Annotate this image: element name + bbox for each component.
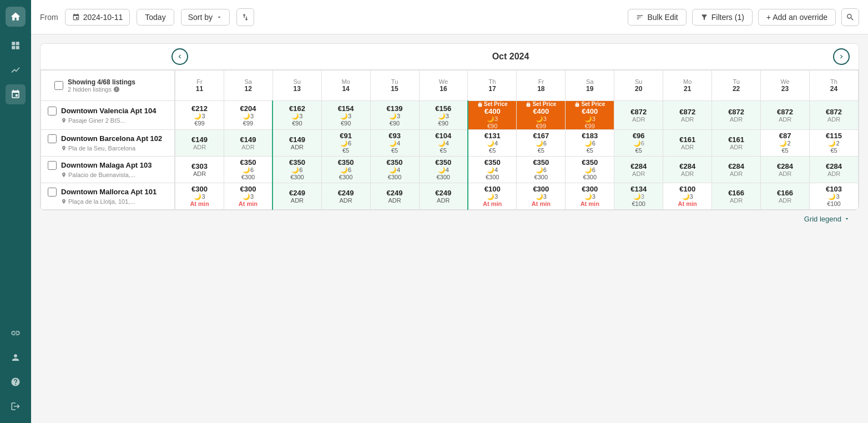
- sidebar-icon-link[interactable]: [6, 323, 26, 343]
- sidebar-icon-help[interactable]: [6, 372, 26, 392]
- table-row: Downtown Malaga Apt 103 Palacio de Buena…: [41, 156, 859, 183]
- day-header-16: We16: [419, 70, 468, 101]
- price-cell-mallorca-101-6[interactable]: €100 🌙3 At min: [468, 183, 517, 209]
- day-header-21: Mo21: [663, 70, 712, 101]
- price-cell-valencia-104-6[interactable]: Set Price €400 🌙3 €90: [468, 101, 517, 130]
- price-cell-mallorca-101-2[interactable]: €249 ADR: [272, 183, 321, 209]
- sidebar-icon-calendar[interactable]: [6, 84, 26, 104]
- price-cell-valencia-104-8[interactable]: Set Price €400 🌙3 €99: [566, 101, 614, 130]
- topbar-right: Bulk Edit Filters (1) + Add an override: [628, 8, 859, 26]
- date-value: 2024-10-11: [83, 13, 123, 22]
- price-cell-malaga-103-5[interactable]: €350 🌙4 €300: [419, 156, 468, 183]
- price-cell-malaga-103-9[interactable]: €284 ADR: [614, 156, 663, 183]
- day-header-22: Tu22: [712, 70, 761, 101]
- price-cell-malaga-103-1[interactable]: €350 🌙6 €300: [224, 156, 272, 183]
- price-cell-malaga-103-11[interactable]: €284 ADR: [712, 156, 761, 183]
- price-cell-mallorca-101-13[interactable]: €103 🌙3 €100: [810, 183, 859, 209]
- grid-legend-button[interactable]: Grid legend: [804, 215, 850, 223]
- price-cell-valencia-104-5[interactable]: €156 🌙3 €90: [419, 101, 468, 130]
- price-cell-barcelona-102-5[interactable]: €104 🌙4 €5: [419, 130, 468, 157]
- price-cell-valencia-104-1[interactable]: €204 🌙3 €99: [224, 101, 272, 130]
- price-cell-malaga-103-10[interactable]: €284 ADR: [663, 156, 712, 183]
- price-cell-malaga-103-8[interactable]: €350 🌙6 €300: [566, 156, 614, 183]
- price-cell-valencia-104-11[interactable]: €872 ADR: [712, 101, 761, 130]
- price-cell-barcelona-102-6[interactable]: €131 🌙4 €5: [468, 130, 517, 157]
- row-checkbox-mallorca-101[interactable]: [48, 188, 57, 197]
- price-cell-mallorca-101-10[interactable]: €100 🌙3 At min: [663, 183, 712, 209]
- row-checkbox-malaga-103[interactable]: [48, 161, 57, 170]
- price-cell-barcelona-102-12[interactable]: €87 🌙2 €5: [761, 130, 810, 157]
- price-cell-mallorca-101-7[interactable]: €300 🌙3 At min: [517, 183, 566, 209]
- price-cell-mallorca-101-0[interactable]: €300 🌙3 At min: [175, 183, 224, 209]
- price-cell-valencia-104-12[interactable]: €872 ADR: [761, 101, 810, 130]
- price-cell-mallorca-101-9[interactable]: €134 🌙3 €100: [614, 183, 663, 209]
- price-cell-barcelona-102-0[interactable]: €149 ADR: [175, 130, 224, 157]
- price-cell-valencia-104-0[interactable]: €212 🌙3 €99: [175, 101, 224, 130]
- sidebar-icon-logout[interactable]: [6, 396, 26, 416]
- price-cell-barcelona-102-3[interactable]: €91 🌙6 €5: [321, 130, 370, 157]
- price-cell-mallorca-101-8[interactable]: €300 🌙3 At min: [566, 183, 614, 209]
- next-month-button[interactable]: [833, 48, 850, 65]
- listing-address-malaga-103: Palacio de Buenavista,...: [61, 172, 152, 178]
- price-cell-barcelona-102-2[interactable]: €149 ADR: [272, 130, 321, 157]
- price-cell-valencia-104-10[interactable]: €872 ADR: [663, 101, 712, 130]
- price-cell-barcelona-102-9[interactable]: €96 🌙6 €5: [614, 130, 663, 157]
- price-cell-mallorca-101-1[interactable]: €300 🌙3 At min: [224, 183, 272, 209]
- from-label: From: [40, 13, 58, 22]
- sidebar: [0, 0, 31, 423]
- price-cell-valencia-104-4[interactable]: €139 🌙3 €90: [370, 101, 419, 130]
- price-cell-barcelona-102-8[interactable]: €183 🌙6 €5: [566, 130, 614, 157]
- price-cell-malaga-103-3[interactable]: €350 🌙6 €300: [321, 156, 370, 183]
- hidden-listings: 2 hidden listings: [68, 86, 135, 93]
- price-cell-mallorca-101-12[interactable]: €166 ADR: [761, 183, 810, 209]
- price-cell-valencia-104-13[interactable]: €872 ADR: [810, 101, 859, 130]
- date-picker-button[interactable]: 2024-10-11: [65, 9, 130, 26]
- bulk-edit-button[interactable]: Bulk Edit: [628, 9, 686, 26]
- filters-button[interactable]: Filters (1): [692, 9, 753, 26]
- listing-cell-valencia-104: Downtown Valencia Apt 104 Pasaje Giner 2…: [41, 101, 175, 130]
- price-cell-mallorca-101-3[interactable]: €249 ADR: [321, 183, 370, 209]
- day-header-14: Mo14: [321, 70, 370, 101]
- price-cell-barcelona-102-4[interactable]: €93 🌙4 €5: [370, 130, 419, 157]
- today-button[interactable]: Today: [137, 9, 174, 26]
- price-cell-mallorca-101-5[interactable]: €249 ADR: [419, 183, 468, 209]
- sidebar-icon-grid[interactable]: [6, 36, 26, 56]
- swap-direction-button[interactable]: [236, 8, 254, 26]
- price-cell-barcelona-102-7[interactable]: €167 🌙6 €5: [517, 130, 566, 157]
- price-cell-valencia-104-9[interactable]: €872 ADR: [614, 101, 663, 130]
- price-cell-malaga-103-13[interactable]: €284 ADR: [810, 156, 859, 183]
- price-cell-valencia-104-3[interactable]: €154 🌙3 €90: [321, 101, 370, 130]
- price-cell-barcelona-102-1[interactable]: €149 ADR: [224, 130, 272, 157]
- sidebar-icon-user[interactable]: [6, 348, 26, 367]
- price-cell-mallorca-101-4[interactable]: €249 ADR: [370, 183, 419, 209]
- price-cell-barcelona-102-10[interactable]: €161 ADR: [663, 130, 712, 157]
- select-all-checkbox[interactable]: [54, 81, 63, 90]
- day-header-23: We23: [761, 70, 810, 101]
- price-cell-mallorca-101-11[interactable]: €166 ADR: [712, 183, 761, 209]
- price-cell-malaga-103-2[interactable]: €350 🌙6 €300: [272, 156, 321, 183]
- day-header-20: Su20: [614, 70, 663, 101]
- listing-address-valencia-104: Pasaje Giner 2 BIS...: [61, 117, 156, 124]
- row-checkbox-barcelona-102[interactable]: [48, 134, 57, 143]
- sort-by-button[interactable]: Sort by: [181, 9, 230, 26]
- price-cell-valencia-104-7[interactable]: Set Price €400 🌙3 €99: [517, 101, 566, 130]
- day-header-17: Th17: [468, 70, 517, 101]
- prev-month-button[interactable]: [171, 48, 188, 65]
- price-cell-malaga-103-6[interactable]: €350 🌙4 €300: [468, 156, 517, 183]
- sidebar-icon-analytics[interactable]: [6, 60, 26, 80]
- search-button[interactable]: [841, 8, 859, 26]
- price-cell-valencia-104-2[interactable]: €162 🌙3 €90: [272, 101, 321, 130]
- price-cell-malaga-103-4[interactable]: €350 🌙4 €300: [370, 156, 419, 183]
- price-cell-barcelona-102-13[interactable]: €115 🌙2 €5: [810, 130, 859, 157]
- price-cell-malaga-103-7[interactable]: €350 🌙6 €300: [517, 156, 566, 183]
- day-header-24: Th24: [810, 70, 859, 101]
- price-cell-malaga-103-0[interactable]: €303 ADR: [175, 156, 224, 183]
- add-override-button[interactable]: + Add an override: [758, 9, 836, 26]
- price-cell-barcelona-102-11[interactable]: €161 ADR: [712, 130, 761, 157]
- grid-legend-label: Grid legend: [804, 215, 841, 223]
- day-header-12: Sa12: [224, 70, 272, 101]
- price-cell-malaga-103-12[interactable]: €284 ADR: [761, 156, 810, 183]
- row-checkbox-valencia-104[interactable]: [48, 107, 57, 115]
- app-logo[interactable]: [6, 7, 26, 27]
- table-row: Downtown Mallorca Apt 101 Plaça de la Ll…: [41, 183, 859, 209]
